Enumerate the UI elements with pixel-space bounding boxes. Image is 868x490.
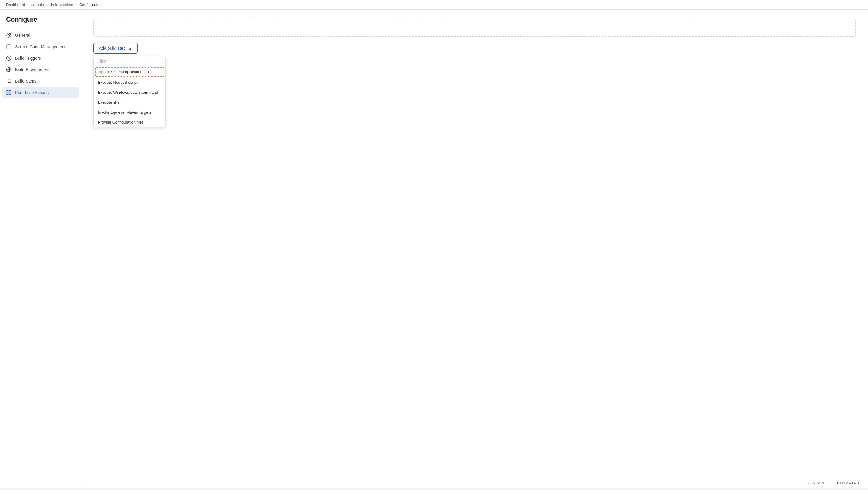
action-buttons: Save Apply — [93, 60, 856, 70]
svg-rect-10 — [7, 90, 8, 92]
breadcrumb: Dashboard › sample-android-pipeline › Co… — [0, 0, 868, 10]
sidebar-item-general[interactable]: General — [0, 30, 81, 41]
triggers-icon — [6, 56, 11, 61]
dropdown-item-nodejs[interactable]: Execute NodeJS script — [94, 78, 165, 87]
breadcrumb-current: Configuration — [79, 2, 102, 7]
rest-api-link[interactable]: REST API — [807, 481, 824, 485]
build-step-area: Add build step ▲ Appcircle Testing Distr… — [93, 43, 856, 54]
svg-rect-12 — [9, 93, 11, 95]
sidebar-item-build-steps[interactable]: Build Steps — [0, 75, 81, 87]
filter-input[interactable] — [94, 56, 165, 66]
sidebar-label-build-environment: Build Environment — [15, 67, 50, 72]
sidebar-item-post-build[interactable]: Post-build Actions — [2, 87, 79, 98]
environment-icon — [6, 67, 11, 72]
sidebar-label-build-steps: Build Steps — [15, 79, 36, 84]
breadcrumb-sep-2: › — [76, 2, 77, 7]
sidebar-label-general: General — [15, 33, 30, 38]
svg-rect-13 — [7, 93, 8, 95]
build-steps-icon — [6, 78, 11, 84]
main-layout: Configure General Source Code Management — [0, 10, 868, 488]
build-steps-container — [93, 19, 856, 37]
dropdown-arrow-icon: ▲ — [128, 46, 132, 51]
version-label: Jenkins 2.414.3 — [832, 481, 859, 485]
footer: REST API Jenkins 2.414.3 — [807, 481, 859, 485]
sidebar: Configure General Source Code Management — [0, 10, 82, 488]
dropdown-list: Appcircle Testing Distribution Execute N… — [94, 67, 165, 127]
content-area: Add build step ▲ Appcircle Testing Distr… — [82, 10, 868, 488]
breadcrumb-sep-1: › — [28, 2, 29, 7]
dropdown-item-config-files[interactable]: Provide Configuration files — [94, 117, 165, 127]
svg-rect-11 — [9, 90, 11, 92]
svg-point-0 — [8, 35, 10, 36]
dropdown-item-maven[interactable]: Invoke top-level Maven targets — [94, 107, 165, 117]
dropdown-item-windows-batch[interactable]: Execute Windows batch command — [94, 87, 165, 97]
gear-icon — [6, 33, 11, 38]
post-build-icon — [6, 90, 11, 95]
sidebar-label-build-triggers: Build Triggers — [15, 56, 41, 61]
dropdown-item-execute-shell[interactable]: Execute shell — [94, 97, 165, 107]
add-build-step-label: Add build step — [99, 46, 126, 51]
build-step-dropdown: Appcircle Testing Distribution Execute N… — [93, 56, 166, 127]
sidebar-item-source-code[interactable]: Source Code Management — [0, 41, 81, 53]
add-build-step-button[interactable]: Add build step ▲ — [93, 43, 138, 54]
sidebar-label-source-code: Source Code Management — [15, 44, 65, 49]
breadcrumb-pipeline[interactable]: sample-android-pipeline — [31, 2, 73, 7]
sidebar-item-build-environment[interactable]: Build Environment — [0, 64, 81, 75]
source-code-icon — [6, 44, 11, 50]
sidebar-label-post-build: Post-build Actions — [15, 90, 49, 95]
dropdown-item-appcircle[interactable]: Appcircle Testing Distribution — [95, 67, 164, 77]
sidebar-title: Configure — [0, 16, 81, 30]
breadcrumb-dashboard[interactable]: Dashboard — [6, 2, 25, 7]
sidebar-item-build-triggers[interactable]: Build Triggers — [0, 53, 81, 64]
